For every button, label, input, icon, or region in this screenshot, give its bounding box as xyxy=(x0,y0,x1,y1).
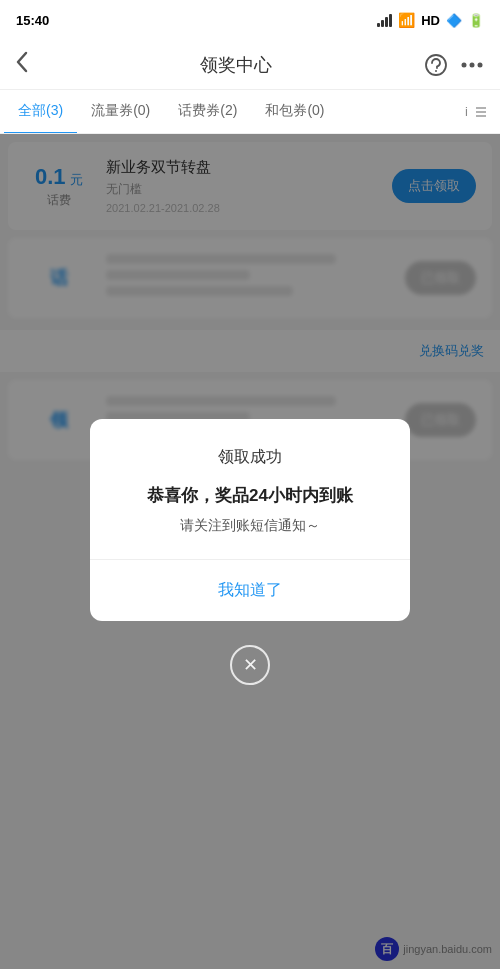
dialog-main-text: 恭喜你，奖品24小时内到账 xyxy=(114,484,386,507)
signal-icon xyxy=(377,14,392,27)
tab-all[interactable]: 全部(3) xyxy=(4,90,77,134)
more-icon[interactable] xyxy=(460,51,484,79)
bluetooth-icon: 🔷 xyxy=(446,13,462,28)
status-bar: 15:40 📶 HD 🔷 🔋 xyxy=(0,0,500,40)
close-button[interactable]: ✕ xyxy=(230,645,270,685)
dialog-confirm-button[interactable]: 我知道了 xyxy=(106,576,394,605)
dialog-sub-text: 请关注到账短信通知～ xyxy=(114,517,386,535)
svg-point-3 xyxy=(470,62,475,67)
wifi-icon: 📶 xyxy=(398,12,415,28)
status-left: 15:40 xyxy=(16,13,49,28)
svg-point-1 xyxy=(435,70,437,72)
success-dialog: 领取成功 恭喜你，奖品24小时内到账 请关注到账短信通知～ 我知道了 xyxy=(90,419,410,621)
dialog-action: 我知道了 xyxy=(90,560,410,621)
modal-overlay: 领取成功 恭喜你，奖品24小时内到账 请关注到账短信通知～ 我知道了 ✕ xyxy=(0,134,500,969)
header: 领奖中心 xyxy=(0,40,500,90)
time-display: 15:40 xyxy=(16,13,49,28)
tab-bar: 全部(3) 流量券(0) 话费券(2) 和包券(0) i xyxy=(0,90,500,134)
content-area: 0.1 元 话费 新业务双节转盘 无门槛 2021.02.21-2021.02.… xyxy=(0,134,500,969)
dialog-body: 领取成功 恭喜你，奖品24小时内到账 请关注到账短信通知～ xyxy=(90,419,410,535)
back-button[interactable] xyxy=(16,51,48,79)
tab-phone[interactable]: 话费券(2) xyxy=(164,90,251,134)
svg-point-4 xyxy=(478,62,483,67)
tab-wallet[interactable]: 和包券(0) xyxy=(251,90,338,134)
dialog-title: 领取成功 xyxy=(114,447,386,468)
tab-more[interactable]: i xyxy=(457,104,496,119)
tab-traffic[interactable]: 流量券(0) xyxy=(77,90,164,134)
service-icon[interactable] xyxy=(424,51,448,79)
battery-icon: 🔋 xyxy=(468,13,484,28)
network-type: HD xyxy=(421,13,440,28)
svg-point-2 xyxy=(462,62,467,67)
header-actions xyxy=(424,51,484,79)
status-right: 📶 HD 🔷 🔋 xyxy=(377,12,484,28)
page-title: 领奖中心 xyxy=(48,53,424,77)
